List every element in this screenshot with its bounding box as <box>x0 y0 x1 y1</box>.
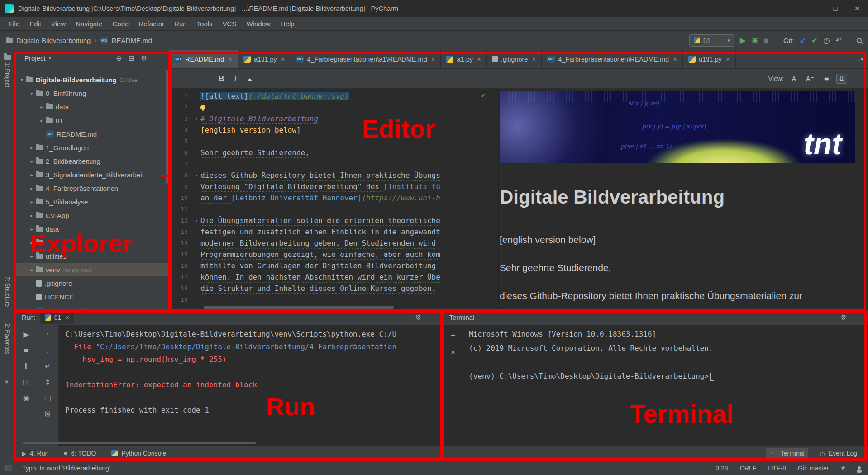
menu-vcs[interactable]: VCS <box>218 18 242 29</box>
close-icon[interactable] <box>431 55 435 63</box>
tree-item-1[interactable]: ü1 <box>15 114 169 127</box>
print-icon[interactable] <box>44 394 51 402</box>
chevron-right-icon[interactable] <box>28 267 35 272</box>
minimize-button[interactable]: — <box>803 0 825 17</box>
editor-tab-a1-l1-py[interactable]: a1\l1.py <box>238 50 291 68</box>
tool-window-toggle-icon[interactable] <box>5 465 12 471</box>
close-icon[interactable] <box>281 55 285 63</box>
editor-line[interactable]: 19 <box>169 294 490 305</box>
editor-line[interactable]: 13festigen und zusätzlich einen Einblick… <box>169 226 490 238</box>
run-configuration-select[interactable]: ü1 <box>689 34 734 47</box>
status-caret-position[interactable]: 3:28 <box>715 465 728 472</box>
terminal-prompt-line[interactable]: (venv) C:\Users\Timo\Desktop\Digitale-Bi… <box>469 369 863 383</box>
bookmark-icon[interactable] <box>840 465 846 471</box>
editor-line[interactable]: 16mithilfe von Grundlagen der Digitalen … <box>169 260 490 271</box>
project-panel-title[interactable]: Project <box>24 54 46 62</box>
maximize-button[interactable]: □ <box>825 0 846 17</box>
restore-layout-icon[interactable] <box>23 378 29 386</box>
menu-window[interactable]: Window <box>241 18 275 29</box>
editor-hscrollbar[interactable] <box>204 306 394 309</box>
tree-item-digitale-bildverarbeitung[interactable]: Digitale-BildverarbeitungC:\Use <box>15 73 169 86</box>
editor-tab-4-farbrepr-sentationen-readme-md[interactable]: 4_Farbrepräsentationen\README.md <box>542 50 683 68</box>
up-stack-trace-icon[interactable] <box>46 331 49 339</box>
editor-line[interactable]: 1![alt text](./data/tnt_banner.svg) <box>169 90 490 102</box>
editor-line[interactable]: 11 <box>169 204 490 215</box>
menu-code[interactable]: Code <box>107 18 134 29</box>
chevron-right-icon[interactable] <box>28 145 35 150</box>
close-session-icon[interactable] <box>451 348 455 356</box>
editor-line[interactable]: 10an der [Leibniz Universität Hannover](… <box>169 192 490 204</box>
close-icon[interactable] <box>65 314 69 321</box>
git-history-icon[interactable] <box>823 37 830 44</box>
project-scrollbar[interactable] <box>166 70 168 184</box>
menu-view[interactable]: View <box>46 18 71 29</box>
editor-line[interactable]: 3# Digitale Bildverarbeitung <box>169 113 490 124</box>
menu-tools[interactable]: Tools <box>192 18 218 29</box>
stripe-button-project[interactable]: 1: Project <box>4 62 11 87</box>
editor-tab-1-l1-py[interactable]: ü1\l1.py <box>683 50 736 68</box>
editor-tab-4-farbrepr-sentationen-a1-readme-md[interactable]: 4_Farbrepräsentationen\a1\README.md <box>291 50 441 68</box>
menu-help[interactable]: Help <box>276 18 300 29</box>
fold-icon[interactable] <box>192 113 200 124</box>
collapse-all-icon[interactable] <box>129 54 134 62</box>
gear-icon[interactable] <box>841 314 847 321</box>
italic-icon[interactable]: I <box>234 74 237 83</box>
editor-line[interactable]: 2 <box>169 102 490 113</box>
markdown-source-editor[interactable]: 1![alt text](./data/tnt_banner.svg)23# D… <box>169 89 490 310</box>
editor-line[interactable]: 17können. In den nächsten Abschnitten wi… <box>169 271 490 283</box>
scroll-to-end-icon[interactable] <box>45 378 51 386</box>
editor-line[interactable]: 14moderner Bildverarbeitung geben. Den S… <box>169 238 490 249</box>
editor-line[interactable]: 4[english version below] <box>169 124 490 136</box>
tree-item-readme-md[interactable]: README.md <box>15 304 169 310</box>
inspections-profile-icon[interactable] <box>858 466 861 470</box>
toolwindow-button-event-log[interactable]: Event Log <box>816 448 861 459</box>
search-everywhere-icon[interactable] <box>857 38 862 43</box>
tree-item[interactable] <box>15 236 169 249</box>
stripe-button-structure[interactable]: 7: Structure <box>4 276 11 307</box>
chevron-down-icon[interactable] <box>28 91 35 96</box>
fold-icon[interactable] <box>192 170 200 181</box>
status-git-branch[interactable]: Git: master <box>798 465 829 472</box>
close-icon[interactable] <box>532 55 536 63</box>
stop-icon[interactable] <box>24 347 29 355</box>
chevron-down-icon[interactable] <box>18 77 25 82</box>
stripe-button-favorites[interactable]: 2: Favorites <box>4 323 11 354</box>
close-icon[interactable] <box>477 55 481 63</box>
editor-line[interactable]: 8dieses Github-Repository bietet Ihnen p… <box>169 170 490 181</box>
bold-icon[interactable]: B <box>219 74 224 83</box>
view-editor-only-icon[interactable] <box>789 74 799 84</box>
fold-icon[interactable] <box>192 215 200 226</box>
chevron-right-icon[interactable] <box>28 172 35 177</box>
tree-item-4-farbrepr-sentationen[interactable]: 4_Farbrepräsentationen <box>15 181 169 195</box>
tree-item-1-grundlagen[interactable]: 1_Grundlagen <box>15 141 169 154</box>
editor-line[interactable]: 18die Struktur und Inhalte dieses Online… <box>169 283 490 294</box>
toolwindow-button-4-run[interactable]: 4: Run <box>18 448 52 459</box>
down-stack-trace-icon[interactable] <box>46 347 49 355</box>
close-icon[interactable] <box>673 55 677 63</box>
menu-navigate[interactable]: Navigate <box>71 18 107 29</box>
pause-output-icon[interactable] <box>24 362 28 370</box>
tree-item-readme-md[interactable]: README.md <box>15 127 169 141</box>
hide-panel-icon[interactable] <box>154 54 161 62</box>
menu-refactor[interactable]: Refactor <box>134 18 169 29</box>
editor-line[interactable]: 6Sehr geehrte Studierende, <box>169 147 490 158</box>
tree-item-data[interactable]: data <box>15 100 169 114</box>
gear-icon[interactable] <box>141 54 147 62</box>
chevron-right-icon[interactable] <box>38 118 45 123</box>
stop-button[interactable] <box>764 37 768 44</box>
menu-run[interactable]: Run <box>169 18 192 29</box>
run-button[interactable] <box>740 37 746 44</box>
status-message[interactable]: Typo: In word 'Bildverarbeitung' <box>22 465 110 472</box>
status-encoding[interactable]: UTF-8 <box>768 465 786 472</box>
tree-item-2-bildbearbeitung[interactable]: 2_Bildbearbeitung <box>15 154 169 168</box>
chevron-right-icon[interactable] <box>28 213 35 218</box>
chevron-right-icon[interactable] <box>28 200 35 204</box>
chevron-right-icon[interactable] <box>28 159 35 164</box>
git-commit-icon[interactable] <box>811 37 818 44</box>
console-file-link[interactable]: C:/Users/Timo/Desktop/Digitale-Bildverar… <box>100 342 396 351</box>
editor-line[interactable]: 12Die Übungsmaterialien sollen die erler… <box>169 215 490 226</box>
close-icon[interactable] <box>726 55 730 63</box>
tree-item-cv-app[interactable]: CV-App <box>15 209 169 222</box>
locate-file-icon[interactable] <box>116 54 122 62</box>
chevron-right-icon[interactable] <box>28 240 35 245</box>
